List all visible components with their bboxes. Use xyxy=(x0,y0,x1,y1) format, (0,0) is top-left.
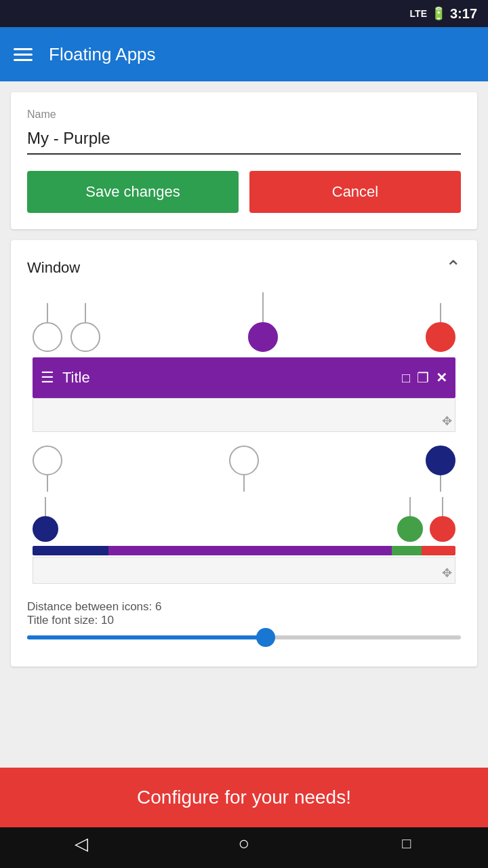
title-bar-text: Title xyxy=(62,369,394,387)
main-content: Name Save changes Cancel Window ⌃ xyxy=(0,81,488,868)
circle-handle-empty-1[interactable] xyxy=(33,303,62,352)
cancel-button[interactable]: Cancel xyxy=(249,171,461,213)
taskbar-circles-row xyxy=(33,497,455,546)
save-button[interactable]: Save changes xyxy=(27,171,239,213)
circle-taskbar-dark[interactable] xyxy=(33,497,58,542)
lte-icon: LTE xyxy=(410,8,427,19)
time-display: 3:17 xyxy=(450,6,477,22)
slider-thumb[interactable] xyxy=(256,628,275,647)
circle-taskbar-red[interactable] xyxy=(430,497,455,542)
configure-text: Configure for your needs! xyxy=(137,787,351,808)
fullscreen-icon[interactable]: ❐ xyxy=(417,370,429,386)
title-size-slider[interactable] xyxy=(27,635,461,639)
window-control-icons: □ ❐ ✕ xyxy=(402,370,447,386)
name-card: Name Save changes Cancel xyxy=(11,92,477,229)
taskbar-body: ✥ xyxy=(33,557,455,584)
collapse-icon[interactable]: ⌃ xyxy=(445,256,461,279)
window-body-preview: ✥ xyxy=(33,398,455,432)
resize-handle-2-icon[interactable]: ✥ xyxy=(442,566,452,580)
distance-label: Distance between icons: 6 xyxy=(27,600,461,614)
configure-banner: Configure for your needs! xyxy=(0,768,488,827)
hamburger-icon[interactable] xyxy=(14,48,33,61)
bottom-circles-row xyxy=(33,440,455,492)
window-card: Window ⌃ xyxy=(11,240,477,667)
resize-handle-icon[interactable]: ✥ xyxy=(442,414,452,429)
circle-handle-purple[interactable] xyxy=(248,292,278,352)
window-header: Window ⌃ xyxy=(27,256,461,279)
name-label: Name xyxy=(27,108,461,121)
taskbar-green-segment xyxy=(392,546,422,555)
battery-icon: 🔋 xyxy=(431,6,446,21)
taskbar-purple-segment xyxy=(108,546,392,555)
app-bar: Floating Apps xyxy=(0,27,488,81)
action-buttons: Save changes Cancel xyxy=(27,171,461,213)
app-title: Floating Apps xyxy=(49,44,156,65)
taskbar-section: ✥ xyxy=(27,497,461,584)
circle-taskbar-green[interactable] xyxy=(397,497,423,542)
circle-handle-dark[interactable] xyxy=(426,446,455,492)
home-button[interactable]: ○ xyxy=(217,827,271,861)
circle-handle-empty-center[interactable] xyxy=(229,446,259,492)
close-icon[interactable]: ✕ xyxy=(436,370,447,386)
status-icons: LTE 🔋 3:17 xyxy=(410,6,477,22)
taskbar-red-segment xyxy=(422,546,455,555)
titlebar-section: ☰ Title □ ❐ ✕ ✥ xyxy=(27,292,461,492)
restore-icon[interactable]: □ xyxy=(402,370,410,386)
recents-button[interactable]: □ xyxy=(380,827,434,861)
menu-lines-icon: ☰ xyxy=(41,369,54,387)
taskbar-preview xyxy=(33,546,455,555)
circle-handle-empty-bottom[interactable] xyxy=(33,446,62,492)
taskbar-dark-segment xyxy=(33,546,108,555)
settings-section: Distance between icons: 6 Title font siz… xyxy=(27,593,461,650)
slider-fill xyxy=(27,635,266,639)
name-input[interactable] xyxy=(27,126,461,155)
status-bar: LTE 🔋 3:17 xyxy=(0,0,488,27)
circle-handle-red-top[interactable] xyxy=(426,303,455,352)
title-size-label: Title font size: 10 xyxy=(27,614,461,627)
top-circles-row xyxy=(33,292,455,357)
window-label: Window xyxy=(27,259,80,277)
circle-handle-empty-2[interactable] xyxy=(70,303,100,352)
back-button[interactable]: ◁ xyxy=(54,827,108,861)
title-bar-preview: ☰ Title □ ❐ ✕ xyxy=(33,357,455,398)
